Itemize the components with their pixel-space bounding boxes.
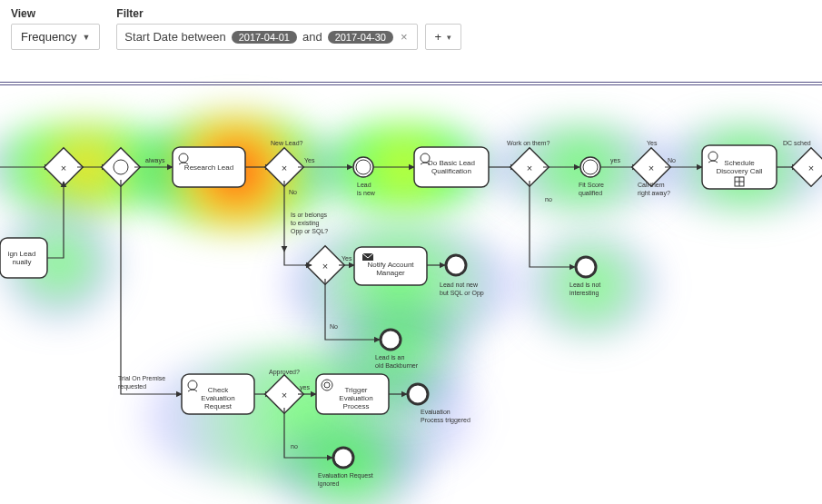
- svg-text:Do Basic LeadQualification: Do Basic LeadQualification: [428, 159, 475, 175]
- svg-text:Call themright away?: Call themright away?: [638, 182, 670, 197]
- svg-text:Trial On Premiserequested: Trial On Premiserequested: [118, 375, 165, 390]
- svg-text:yes: yes: [300, 384, 310, 391]
- svg-text:×: ×: [282, 390, 287, 400]
- remove-filter-icon[interactable]: ×: [399, 30, 410, 44]
- filter-date-to: 2017-04-30: [328, 31, 393, 44]
- end-backburner: [381, 330, 401, 350]
- svg-text:×: ×: [322, 261, 328, 272]
- svg-text:EvaluationProcess triggered: EvaluationProcess triggered: [421, 409, 470, 424]
- end-eval-ignored: [333, 448, 353, 468]
- svg-text:No: No: [668, 157, 676, 163]
- svg-text:yes: yes: [610, 157, 620, 164]
- filter-date-from: 2017-04-01: [232, 31, 297, 44]
- bpmn-diagram: × always Research Lead × New Lead? Yes L…: [0, 85, 822, 504]
- filter-chip-date[interactable]: Start Date between 2017-04-01 and 2017-0…: [116, 24, 417, 50]
- svg-text:×: ×: [808, 163, 814, 173]
- svg-text:Evaluation Requestignored: Evaluation Requestignored: [318, 472, 373, 488]
- svg-text:New Lead?: New Lead?: [271, 140, 303, 146]
- svg-text:×: ×: [282, 163, 287, 173]
- end-not-interesting: [576, 257, 596, 277]
- svg-text:No: No: [289, 189, 297, 195]
- chevron-down-icon: ▾: [447, 33, 451, 42]
- svg-text:Yes: Yes: [342, 255, 352, 262]
- svg-text:Lead is anold Backburner: Lead is anold Backburner: [375, 354, 419, 369]
- svg-text:Work on them?: Work on them?: [507, 140, 550, 146]
- svg-text:×: ×: [649, 163, 654, 173]
- end-lead-not-new: [446, 255, 466, 275]
- add-filter-button[interactable]: + ▾: [425, 24, 462, 50]
- filter-label: Filter: [116, 7, 461, 20]
- svg-text:Yes: Yes: [304, 157, 315, 163]
- toolbar: View Frequency ▼ Filter Start Date betwe…: [0, 0, 822, 59]
- svg-text:Is or belongsto existingOpp or: Is or belongsto existingOpp or SQL?: [291, 212, 328, 235]
- end-eval-triggered: [408, 384, 428, 404]
- svg-text:Fit Scorequalified: Fit Scorequalified: [579, 182, 604, 197]
- svg-text:DC sched: DC sched: [783, 140, 811, 146]
- svg-text:×: ×: [61, 163, 66, 173]
- svg-text:Research Lead: Research Lead: [184, 163, 233, 172]
- svg-rect-30: [792, 148, 822, 186]
- chevron-down-icon: ▼: [82, 33, 90, 42]
- svg-text:Yes: Yes: [647, 140, 658, 146]
- svg-text:Approved?: Approved?: [269, 369, 300, 376]
- svg-text:always: always: [145, 157, 165, 164]
- view-dropdown[interactable]: Frequency ▼: [11, 24, 100, 50]
- svg-text:Leadis new: Leadis new: [357, 182, 376, 196]
- diagram-canvas[interactable]: × always Research Lead × New Lead? Yes L…: [0, 82, 822, 504]
- svg-text:no: no: [291, 443, 298, 450]
- svg-text:×: ×: [527, 163, 532, 173]
- svg-text:Lead is notinteresting: Lead is notinteresting: [569, 282, 600, 297]
- view-label: View: [11, 7, 100, 20]
- svg-text:No: No: [330, 323, 338, 330]
- svg-text:Lead not newbut SQL or Opp: Lead not newbut SQL or Opp: [440, 282, 484, 297]
- svg-text:no: no: [545, 196, 552, 203]
